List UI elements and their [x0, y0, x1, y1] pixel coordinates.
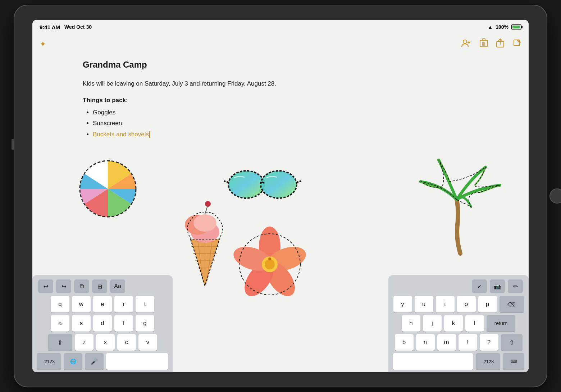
ice-cream-sticker: [176, 189, 234, 290]
status-time: 9:41 AM: [40, 24, 60, 30]
kb-rows-right: y u i o p ⌫ h j k l return b: [391, 296, 526, 370]
key-m[interactable]: m: [437, 334, 456, 351]
battery-icon: [511, 24, 521, 29]
kb-rows-left: q w e r t a s d f g ⇧ z x: [35, 296, 170, 370]
kb-camera-btn[interactable]: 📷: [490, 279, 505, 293]
key-v[interactable]: v: [138, 334, 157, 351]
key-c[interactable]: c: [117, 334, 136, 351]
kb-toolbar-row-right: ✓ 📷 ✏: [391, 278, 526, 296]
svg-point-41: [268, 257, 271, 260]
key-q[interactable]: q: [51, 296, 69, 313]
num-key-right[interactable]: .?123: [476, 353, 500, 370]
beach-ball-sticker: [76, 156, 140, 221]
key-w[interactable]: w: [72, 296, 91, 313]
key-question[interactable]: ?: [480, 334, 498, 351]
list-item: Sunscreen: [93, 118, 478, 129]
kb-right-row-4: .?123 ⌨: [393, 353, 524, 370]
note-title: Grandma Camp: [83, 58, 478, 72]
ipad-frame: 9:41 AM Wed Oct 30 ▲ 100% ✦: [14, 5, 547, 387]
kb-row-4: .?123 🌐 🎤: [37, 353, 168, 370]
trash-icon[interactable]: [480, 38, 488, 50]
ipad-screen: 9:41 AM Wed Oct 30 ▲ 100% ✦: [32, 20, 529, 372]
kb-right-row-1: y u i o p ⌫: [393, 296, 524, 313]
key-e[interactable]: e: [93, 296, 112, 313]
key-t[interactable]: t: [136, 296, 154, 313]
key-z[interactable]: z: [75, 334, 94, 351]
kb-table-btn[interactable]: ⊞: [92, 279, 107, 293]
key-j[interactable]: j: [423, 315, 442, 332]
svg-line-22: [297, 181, 301, 182]
key-k[interactable]: k: [444, 315, 463, 332]
sunglasses-sticker: [223, 164, 302, 203]
note-toolbar: ✦: [32, 34, 529, 54]
stickers-area: [54, 153, 507, 290]
svg-line-21: [224, 181, 228, 182]
key-f[interactable]: f: [114, 315, 133, 332]
key-y[interactable]: y: [393, 296, 412, 313]
key-p[interactable]: p: [478, 296, 497, 313]
current-text: Buckets and shovels: [93, 131, 149, 138]
palm-tree-sticker: [414, 153, 507, 261]
key-r[interactable]: r: [114, 296, 133, 313]
hide-keyboard-key[interactable]: ⌨: [503, 353, 524, 370]
battery-percent: 100%: [496, 24, 508, 30]
bullet-list: Goggles Sunscreen Buckets and shovels: [83, 107, 478, 140]
key-s[interactable]: s: [72, 315, 91, 332]
key-x[interactable]: x: [96, 334, 115, 351]
svg-point-0: [463, 40, 467, 44]
kb-undo-btn[interactable]: ↩: [38, 279, 53, 293]
kb-redo-btn[interactable]: ↪: [56, 279, 71, 293]
edit-icon[interactable]: [513, 39, 521, 50]
shift-key-right[interactable]: ⇧: [501, 334, 523, 351]
share-icon[interactable]: [496, 38, 504, 50]
key-d[interactable]: d: [93, 315, 112, 332]
svg-point-32: [193, 214, 216, 232]
key-o[interactable]: o: [457, 296, 476, 313]
note-body: Kids will be leaving on Saturday, July 3…: [83, 79, 478, 88]
globe-key[interactable]: 🌐: [64, 353, 82, 370]
home-button[interactable]: [549, 188, 561, 204]
kb-toolbar-row-left: ↩ ↪ ⧉ ⊞ Aa: [35, 278, 170, 296]
wifi-icon: ▲: [488, 24, 493, 30]
pack-label: Things to pack:: [83, 95, 478, 105]
kb-markup-btn[interactable]: ✏: [508, 279, 523, 293]
key-u[interactable]: u: [415, 296, 433, 313]
kb-row-2: a s d f g: [37, 315, 168, 332]
svg-point-40: [265, 259, 275, 269]
status-date: Wed Oct 30: [64, 24, 92, 30]
delete-key[interactable]: ⌫: [500, 296, 524, 313]
list-item: Buckets and shovels: [93, 129, 478, 140]
kb-format-btn[interactable]: Aa: [110, 279, 125, 293]
keyboard-right: ✓ 📷 ✏ y u i o p ⌫ h j k: [388, 275, 529, 372]
svg-rect-5: [482, 39, 485, 40]
keyboard-left: ↩ ↪ ⧉ ⊞ Aa q w e r t a s d: [32, 275, 173, 372]
text-cursor: [149, 131, 150, 138]
svg-point-33: [205, 201, 211, 207]
kb-row-1: q w e r t: [37, 296, 168, 313]
add-person-icon[interactable]: [461, 39, 471, 50]
kb-right-row-2: h j k l return: [393, 315, 524, 332]
key-exclaim[interactable]: !: [459, 334, 477, 351]
key-i[interactable]: i: [436, 296, 455, 313]
num-key-left[interactable]: .?123: [37, 353, 61, 370]
space-key-right[interactable]: [393, 353, 473, 370]
side-button: [12, 139, 14, 150]
kb-paste-btn[interactable]: ⧉: [74, 279, 89, 293]
kb-row-3: ⇧ z x c v: [37, 334, 168, 351]
kb-right-row-3: b n m ! ? ⇧: [393, 334, 524, 351]
list-item: Goggles: [93, 107, 478, 118]
return-key[interactable]: return: [487, 315, 515, 332]
key-h[interactable]: h: [402, 315, 420, 332]
hibiscus-sticker: [230, 225, 309, 304]
shift-key-left[interactable]: ⇧: [48, 334, 72, 351]
mic-key[interactable]: 🎤: [85, 353, 104, 370]
status-bar: 9:41 AM Wed Oct 30 ▲ 100%: [32, 20, 529, 34]
key-n[interactable]: n: [416, 334, 435, 351]
space-key-left[interactable]: [106, 353, 168, 370]
collapse-icon[interactable]: ✦: [40, 40, 46, 49]
key-g[interactable]: g: [136, 315, 154, 332]
key-b[interactable]: b: [395, 334, 414, 351]
key-a[interactable]: a: [51, 315, 69, 332]
kb-check-btn[interactable]: ✓: [472, 279, 487, 293]
key-l[interactable]: l: [465, 315, 484, 332]
